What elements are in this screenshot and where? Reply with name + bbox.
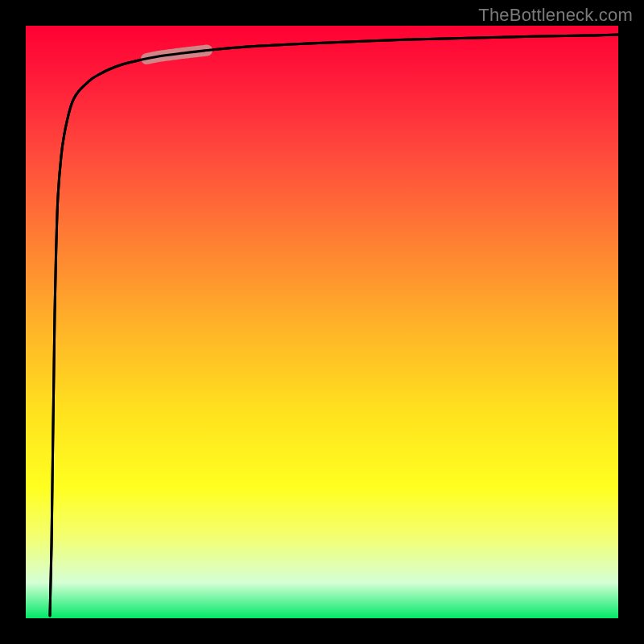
chart-plot-area [26,26,618,618]
chart-frame: TheBottleneck.com [0,0,644,644]
attribution-label: TheBottleneck.com [478,5,633,26]
